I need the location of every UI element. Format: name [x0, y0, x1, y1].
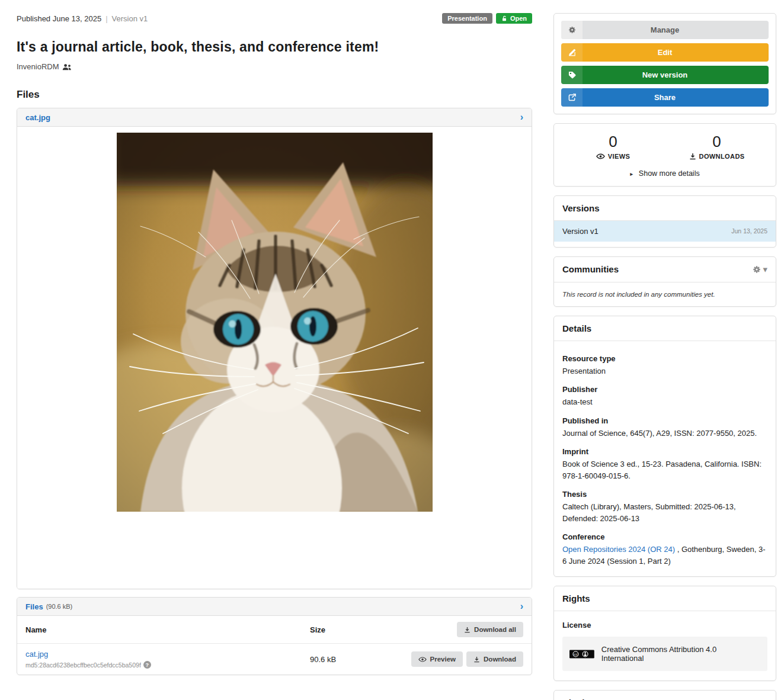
published-date: Published June 13, 2025 — [17, 14, 101, 23]
record-page: Published June 13, 2025 | Version v1 Pre… — [0, 0, 784, 700]
column-size: Size — [310, 625, 428, 634]
communities-heading: Communities — [562, 264, 619, 274]
files-heading: Files — [17, 89, 532, 101]
conference-link[interactable]: Open Repositories 2024 (OR 24) — [562, 545, 675, 554]
group-icon — [62, 63, 72, 70]
license-name: Creative Commons Attribution 4.0 Interna… — [601, 645, 760, 663]
version-row-date: Jun 13, 2025 — [731, 227, 767, 235]
preview-filename-link[interactable]: cat.jpg — [25, 113, 50, 122]
record-meta-row: Published June 13, 2025 | Version v1 Pre… — [17, 13, 532, 24]
download-all-button[interactable]: Download all — [457, 622, 523, 637]
eye-icon — [418, 657, 427, 662]
new-version-button[interactable]: New version — [561, 66, 769, 84]
actions-card: Manage Edit New version Share — [553, 13, 776, 114]
access-status-badge: Open — [496, 13, 532, 24]
download-icon — [689, 153, 696, 160]
details-card: Details Resource type Presentation Publi… — [553, 316, 776, 577]
chevron-right-icon[interactable]: › — [520, 113, 523, 122]
version-label: Version v1 — [112, 14, 148, 23]
resource-type-badge: Presentation — [442, 13, 492, 24]
files-list-header[interactable]: Files (90.6 kB) › — [17, 598, 532, 616]
preview-body — [17, 127, 532, 589]
detail-field-resource-type: Resource type Presentation — [562, 354, 767, 377]
file-preview-panel: cat.jpg › — [17, 108, 532, 589]
version-row[interactable]: Version v1 Jun 13, 2025 — [554, 221, 776, 242]
gear-icon — [568, 26, 576, 34]
gear-icon — [753, 265, 761, 274]
version-row-label[interactable]: Version v1 — [562, 227, 599, 236]
versions-heading: Versions — [554, 196, 776, 221]
cat-image-preview — [117, 133, 433, 512]
tag-icon — [568, 71, 576, 79]
chevron-right-icon[interactable]: › — [520, 602, 523, 611]
meta-separator: | — [105, 14, 107, 23]
detail-field-published-in: Published in Journal of Science, 645(7),… — [562, 416, 767, 439]
views-stat: 0 VIEWS — [561, 133, 665, 160]
svg-text:cc: cc — [574, 652, 577, 656]
citation-card: Citation InvenioRDM. (2025, June 13). It… — [553, 690, 776, 700]
eye-icon — [596, 153, 605, 159]
detail-field-publisher: Publisher data-test — [562, 385, 767, 408]
manage-button[interactable]: Manage — [561, 21, 769, 39]
record-badges: Presentation Open — [442, 13, 532, 24]
preview-button[interactable]: Preview — [411, 651, 463, 667]
rights-card: Rights License cc Creative Commons Attri… — [553, 586, 776, 681]
creator-name: InvenioRDM — [17, 62, 59, 71]
versions-card: Versions Version v1 Jun 13, 2025 — [553, 195, 776, 248]
column-name: Name — [25, 625, 310, 634]
stats-card: 0 VIEWS 0 DOWNLOADS ▸ Show more details — [553, 123, 776, 187]
record-title: It's a journal article, book, thesis, an… — [17, 39, 532, 55]
show-more-details-link[interactable]: ▸ Show more details — [561, 169, 769, 178]
main-content: Published June 13, 2025 | Version v1 Pre… — [17, 13, 532, 700]
rights-heading: Rights — [554, 586, 776, 611]
citation-heading: Citation — [554, 691, 776, 700]
files-total-size: (90.6 kB) — [46, 603, 73, 610]
details-heading: Details — [554, 316, 776, 341]
detail-field-thesis: Thesis Caltech (Library), Masters, Submi… — [562, 490, 767, 524]
pencil-icon — [568, 49, 576, 56]
views-count: 0 — [561, 133, 665, 150]
communities-card: Communities ▾ This record is not include… — [553, 256, 776, 307]
downloads-stat: 0 DOWNLOADS — [665, 133, 769, 160]
detail-field-conference: Conference Open Repositories 2024 (OR 24… — [562, 532, 767, 567]
files-list-panel: Files (90.6 kB) › Name Size Download all… — [17, 597, 532, 675]
files-table-head: Name Size Download all — [17, 616, 532, 644]
download-icon — [473, 656, 480, 663]
cc-by-badge-icon: cc — [569, 650, 594, 659]
creator-row: InvenioRDM — [17, 62, 532, 71]
detail-field-imprint: Imprint Book of Science 3 ed., 15-23. Pa… — [562, 447, 767, 481]
license-item[interactable]: cc Creative Commons Attribution 4.0 Inte… — [562, 637, 767, 671]
communities-manage-dropdown[interactable]: ▾ — [753, 264, 767, 275]
downloads-count: 0 — [665, 133, 769, 150]
download-icon — [464, 627, 471, 633]
share-button[interactable]: Share — [561, 88, 769, 107]
checksum-help-icon[interactable]: ? — [143, 661, 151, 669]
files-list-label[interactable]: Files — [25, 602, 43, 611]
table-row: cat.jpg md5:28acd6238ebcffbec0c5efdcc5ba… — [17, 644, 532, 675]
file-name-link[interactable]: cat.jpg — [25, 650, 48, 659]
download-button[interactable]: Download — [466, 651, 523, 667]
caret-down-icon: ▾ — [763, 264, 767, 275]
file-checksum: md5:28acd6238ebcffbec0c5efdcc5ba509f ? — [25, 661, 310, 669]
sidebar: Manage Edit New version Share — [553, 13, 776, 700]
communities-empty-text: This record is not included in any commu… — [554, 282, 776, 306]
share-icon — [568, 94, 576, 101]
edit-button[interactable]: Edit — [561, 43, 769, 62]
caret-right-icon: ▸ — [630, 171, 633, 177]
preview-panel-header[interactable]: cat.jpg › — [17, 108, 532, 127]
lock-open-icon — [501, 15, 507, 22]
license-label: License — [562, 621, 767, 630]
